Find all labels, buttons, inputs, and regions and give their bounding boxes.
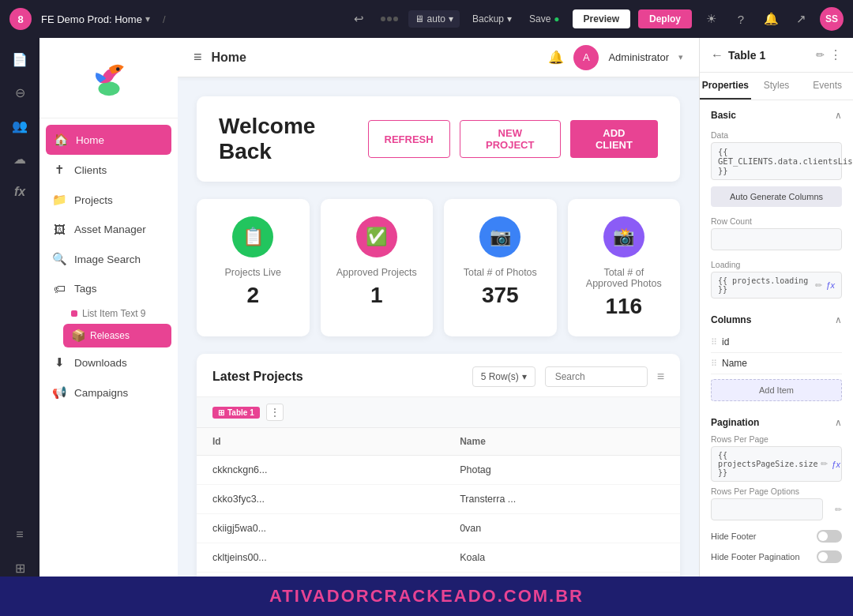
notification-bell-icon[interactable]: 🔔: [548, 50, 564, 65]
table-row[interactable]: ckiigj5wa0... 0van: [197, 514, 680, 543]
rows-per-page-fx-icon[interactable]: ƒx: [831, 460, 840, 469]
col-drag-handle-id[interactable]: ⠿: [711, 337, 717, 347]
table-row[interactable]: ckknckgn6... Photag: [197, 456, 680, 485]
basic-section-header: Basic ∧: [700, 100, 853, 127]
sidebar-sub-item-list-text[interactable]: List Item Text 9: [39, 303, 178, 324]
sidebar-icon-minus[interactable]: ⊖: [5, 77, 35, 107]
columns-section-chevron[interactable]: ∧: [835, 314, 842, 325]
add-client-button[interactable]: ADD CLIENT: [570, 120, 658, 158]
sidebar-item-campaigns[interactable]: 📢 Campaigns: [39, 377, 178, 408]
hide-footer-toggle[interactable]: [817, 530, 842, 543]
project-dropdown-chevron[interactable]: ▾: [145, 13, 150, 24]
new-project-button[interactable]: NEW PROJECT: [460, 120, 561, 158]
cell-id: ckltjeins00...: [197, 543, 444, 573]
tab-events[interactable]: Events: [802, 73, 853, 100]
table-row[interactable]: ckko3fyc3... Transterra ...: [197, 485, 680, 514]
rows-per-page-select[interactable]: 5 Row(s) ▾: [472, 366, 535, 387]
back-button[interactable]: ←: [711, 48, 723, 62]
projects-live-value: 2: [246, 283, 259, 308]
sidebar-item-tags[interactable]: 🏷 Tags: [39, 274, 178, 303]
sidebar-icon-cloud[interactable]: ☁: [5, 144, 35, 174]
sidebar-item-asset-manager[interactable]: 🖼 Asset Manager: [39, 215, 178, 244]
home-icon: 🏠: [54, 133, 68, 147]
share-icon[interactable]: ↗: [790, 8, 812, 30]
cell-name: Transterra ...: [444, 485, 680, 514]
sidebar-label-downloads: Downloads: [74, 357, 127, 369]
sidebar-icon-users[interactable]: 👥: [5, 111, 35, 141]
sidebar-item-clients[interactable]: ✝ Clients: [39, 155, 178, 185]
bell-icon[interactable]: 🔔: [760, 8, 782, 30]
tab-styles[interactable]: Styles: [751, 73, 802, 100]
sidebar-item-projects[interactable]: 📁 Projects: [39, 185, 178, 215]
undo-icon[interactable]: ↩: [348, 8, 370, 30]
rows-per-page-edit-icon[interactable]: ✏: [821, 459, 828, 469]
help-icon[interactable]: ?: [730, 8, 752, 30]
preview-button[interactable]: Preview: [573, 9, 630, 28]
filter-icon[interactable]: ≡: [657, 370, 664, 384]
topbar-logo[interactable]: 8: [9, 8, 32, 30]
campaigns-icon: 📢: [52, 385, 66, 400]
user-avatar-topbar[interactable]: SS: [820, 7, 844, 31]
stat-card-total-photos: 📷 Total # of Photos 375: [444, 199, 557, 336]
sidebar-item-releases[interactable]: 📦 Releases: [63, 324, 171, 347]
sidebar-item-downloads[interactable]: ⬇ Downloads: [39, 347, 178, 377]
user-avatar-content[interactable]: A: [573, 45, 599, 70]
auto-generate-btn[interactable]: Auto Generate Columns: [711, 186, 842, 207]
content-menu-icon[interactable]: ≡: [194, 49, 202, 66]
svg-point-0: [98, 81, 119, 96]
right-panel-tabs: Properties Styles Events: [700, 73, 853, 100]
data-field: Data {{ GET_CLIENTS.data.clientsList.ite…: [700, 127, 853, 186]
stat-card-approved-photos: 📸 Total # of Approved Photos 116: [568, 199, 681, 336]
tab-properties[interactable]: Properties: [700, 73, 751, 100]
tags-icon: 🏷: [52, 282, 66, 295]
row-count-input[interactable]: [711, 228, 842, 250]
add-column-button[interactable]: Add Item: [711, 379, 842, 401]
breadcrumb-slash: /: [163, 13, 166, 25]
search-input[interactable]: [545, 366, 648, 387]
column-item-name: ⠿ Name: [711, 353, 842, 374]
rows-per-page-code: {{ projectsPageSize.size }}: [718, 451, 817, 477]
content-topbar: ≡ Home 🔔 A Administrator ▾: [178, 38, 699, 77]
approved-photos-label: Total # of Approved Photos: [582, 267, 667, 289]
rows-per-page-options-label: Rows Per Page Options: [711, 486, 842, 496]
deploy-button[interactable]: Deploy: [638, 9, 692, 28]
loading-edit-icon[interactable]: ✏: [815, 280, 822, 291]
welcome-actions: REFRESH NEW PROJECT ADD CLIENT: [368, 120, 658, 158]
edit-title-icon[interactable]: ✏: [816, 49, 825, 61]
col-header-id: Id: [197, 428, 444, 456]
rows-options-edit-icon[interactable]: ✏: [835, 505, 842, 515]
rows-select-chevron-icon: ▾: [522, 371, 527, 382]
data-field-value: {{ GET_CLIENTS.data.clientsList.items }}…: [711, 142, 842, 180]
basic-section-chevron[interactable]: ∧: [835, 110, 842, 121]
topbar-project-name[interactable]: FE Demo Prod: Home ▾: [41, 13, 150, 25]
save-button[interactable]: Save ●: [524, 10, 565, 28]
approved-projects-icon: ✅: [356, 216, 397, 257]
approved-projects-value: 1: [370, 283, 383, 308]
sidebar-icon-function[interactable]: fx: [5, 177, 35, 207]
table-badge[interactable]: ⊞ Table 1: [212, 407, 260, 419]
releases-icon: 📦: [71, 329, 85, 343]
stats-grid: 📋 Projects Live 2 ✅ Approved Projects 1 …: [197, 199, 680, 336]
col-drag-handle-name[interactable]: ⠿: [711, 359, 717, 369]
table-row[interactable]: ckltjeins00... Koala: [197, 543, 680, 573]
sidebar-icon-list[interactable]: ≡: [5, 520, 35, 550]
row-count-label: Row Count: [711, 216, 842, 226]
main-layout: 📄 ⊖ 👥 ☁ fx ≡ ⊞ ⚙ 🏠 H: [0, 38, 853, 616]
projects-icon: 📁: [52, 193, 66, 207]
sidebar-item-home[interactable]: 🏠 Home: [46, 125, 171, 155]
device-select[interactable]: 🖥 auto ▾: [408, 10, 460, 28]
rows-per-page-options-input[interactable]: [711, 498, 823, 520]
hide-footer-pagination-toggle[interactable]: [817, 550, 842, 563]
rows-select-label: 5 Row(s): [481, 371, 519, 382]
table-options-button[interactable]: ⋮: [266, 404, 284, 421]
sun-icon[interactable]: ☀: [700, 8, 722, 30]
panel-menu-icon[interactable]: ⋮: [829, 47, 842, 62]
sidebar-icon-page[interactable]: 📄: [5, 44, 35, 74]
sidebar-item-image-search[interactable]: 🔍 Image Search: [39, 244, 178, 274]
refresh-button[interactable]: REFRESH: [368, 120, 450, 158]
loading-fx-icon[interactable]: ƒx: [825, 280, 835, 290]
data-field-label: Data: [711, 130, 842, 140]
pagination-section-chevron[interactable]: ∧: [835, 417, 842, 428]
user-dropdown-chevron[interactable]: ▾: [678, 52, 683, 62]
backup-button[interactable]: Backup ▾: [468, 10, 517, 28]
